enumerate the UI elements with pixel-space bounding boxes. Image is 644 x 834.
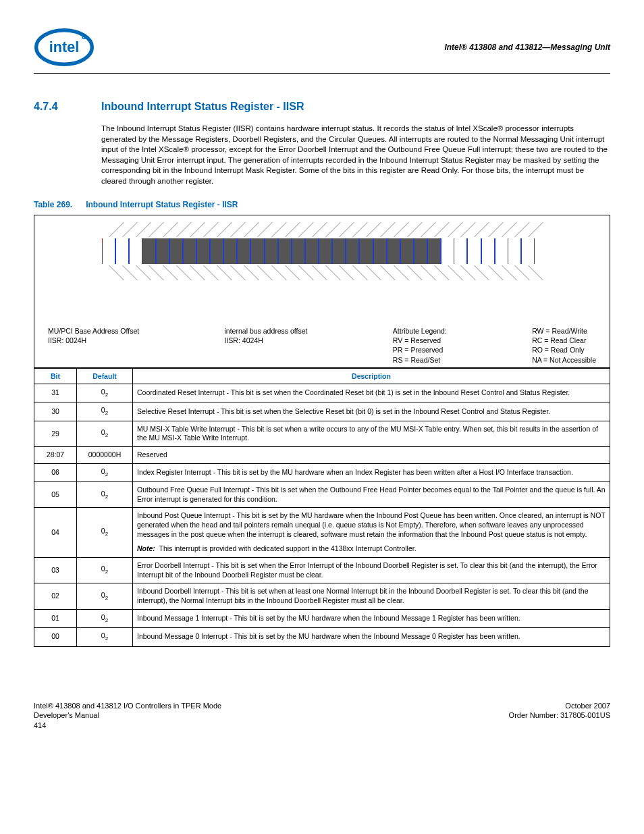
bit-cell bbox=[170, 238, 184, 264]
bit-cell bbox=[238, 238, 251, 264]
offset-mid: internal bus address offset IISR: 4024H bbox=[225, 326, 308, 365]
bit-cell bbox=[454, 238, 468, 264]
section-heading: 4.7.4 Inbound Interrupt Status Register … bbox=[34, 101, 610, 113]
table-row: 0202Inbound Doorbell Interrupt - This bi… bbox=[34, 583, 610, 609]
intel-logo: intel R bbox=[34, 27, 95, 68]
page-header: intel R Intel® 413808 and 413812—Messagi… bbox=[34, 27, 610, 74]
bit-cell bbox=[508, 238, 522, 264]
default-value: 02 bbox=[77, 463, 133, 481]
bit-value: 28:07 bbox=[34, 447, 77, 464]
svg-text:intel: intel bbox=[49, 38, 79, 55]
default-value: 0000000H bbox=[77, 447, 133, 464]
default-value: 02 bbox=[77, 482, 133, 508]
bit-bar bbox=[102, 238, 535, 264]
default-value: 02 bbox=[77, 421, 133, 446]
bit-cell bbox=[468, 238, 481, 264]
bit-value: 00 bbox=[34, 628, 77, 646]
bit-cell bbox=[495, 238, 508, 264]
table-row: 3002Selective Reset Interrupt - This bit… bbox=[34, 402, 610, 421]
register-diagram-box: MU/PCI Base Address Offset IISR: 0024H i… bbox=[34, 215, 610, 368]
col-description: Description bbox=[133, 368, 610, 384]
bit-diagram bbox=[48, 238, 596, 319]
table-caption: Table 269. Inbound Interrupt Status Regi… bbox=[34, 200, 610, 209]
description-cell: Inbound Message 0 Interrupt - This bit i… bbox=[133, 628, 610, 646]
bit-cell bbox=[482, 238, 495, 264]
table-title: Inbound Interrupt Status Register - IISR bbox=[86, 200, 238, 209]
description-cell: MU MSI-X Table Write Interrupt - This bi… bbox=[133, 421, 610, 446]
table-row: 0002Inbound Message 0 Interrupt - This b… bbox=[34, 628, 610, 646]
bit-cell bbox=[103, 238, 116, 264]
attr-legend-left: Attribute Legend: RV = Reserved PR = Pre… bbox=[393, 326, 447, 365]
default-value: 02 bbox=[77, 583, 133, 609]
bit-cell bbox=[346, 238, 360, 264]
table-row: 0302Error Doorbell Interrupt - This bit … bbox=[34, 558, 610, 583]
description-cell: Index Register Interrupt - This bit is s… bbox=[133, 463, 610, 481]
bit-cell bbox=[319, 238, 333, 264]
table-row: 0102Inbound Message 1 Interrupt - This b… bbox=[34, 609, 610, 627]
description-cell: Error Doorbell Interrupt - This bit is s… bbox=[133, 558, 610, 583]
default-value: 02 bbox=[77, 609, 133, 627]
bit-cell bbox=[441, 238, 454, 264]
bit-cell bbox=[224, 238, 238, 264]
bit-cell bbox=[401, 238, 414, 264]
attr-legend-right: RW = Read/Write RC = Read Clear RO = Rea… bbox=[532, 326, 596, 365]
bit-cell bbox=[360, 238, 373, 264]
default-value: 02 bbox=[77, 508, 133, 558]
footer-right: October 2007 Order Number: 317805-001US bbox=[509, 701, 610, 731]
bit-cell bbox=[157, 238, 170, 264]
bit-value: 04 bbox=[34, 508, 77, 558]
bit-value: 05 bbox=[34, 482, 77, 508]
bit-cell bbox=[333, 238, 346, 264]
description-cell: Reserved bbox=[133, 447, 610, 464]
table-row: 0402Inbound Post Queue Interrupt - This … bbox=[34, 508, 610, 558]
bit-value: 03 bbox=[34, 558, 77, 583]
bit-value: 02 bbox=[34, 583, 77, 609]
bit-cell bbox=[116, 238, 130, 264]
bit-cell bbox=[414, 238, 428, 264]
footer-left: Intel® 413808 and 413812 I/O Controllers… bbox=[34, 701, 221, 731]
bit-cell bbox=[142, 238, 156, 264]
bit-value: 31 bbox=[34, 384, 77, 402]
table-row: 0502Outbound Free Queue Full Interrupt -… bbox=[34, 482, 610, 508]
description-cell: Coordinated Reset Interrupt - This bit i… bbox=[133, 384, 610, 402]
bit-cell bbox=[251, 238, 265, 264]
section-paragraph: The Inbound Interrupt Status Register (I… bbox=[101, 124, 610, 186]
bit-cell bbox=[374, 238, 387, 264]
bit-value: 29 bbox=[34, 421, 77, 446]
bit-value: 30 bbox=[34, 402, 77, 421]
table-row: 28:070000000HReserved bbox=[34, 447, 610, 464]
description-cell: Inbound Post Queue Interrupt - This bit … bbox=[133, 508, 610, 558]
table-row: 3102Coordinated Reset Interrupt - This b… bbox=[34, 384, 610, 402]
register-bit-table: Bit Default Description 3102Coordinated … bbox=[34, 368, 610, 647]
default-value: 02 bbox=[77, 384, 133, 402]
col-bit: Bit bbox=[34, 368, 77, 384]
description-cell: Outbound Free Queue Full Interrupt - Thi… bbox=[133, 482, 610, 508]
bit-cell bbox=[387, 238, 401, 264]
bit-cell bbox=[428, 238, 441, 264]
description-cell: Inbound Doorbell Interrupt - This bit is… bbox=[133, 583, 610, 609]
default-value: 02 bbox=[77, 402, 133, 421]
bit-cell bbox=[197, 238, 211, 264]
bit-cell bbox=[279, 238, 292, 264]
diagram-legend: MU/PCI Base Address Offset IISR: 0024H i… bbox=[48, 326, 596, 365]
bit-cell bbox=[184, 238, 197, 264]
table-row: 0602Index Register Interrupt - This bit … bbox=[34, 463, 610, 481]
header-title: Intel® 413808 and 413812—Messaging Unit bbox=[444, 43, 610, 52]
section-title: Inbound Interrupt Status Register - IISR bbox=[101, 101, 304, 113]
offset-left: MU/PCI Base Address Offset IISR: 0024H bbox=[48, 326, 139, 365]
bit-cell bbox=[292, 238, 306, 264]
bit-value: 06 bbox=[34, 463, 77, 481]
description-cell: Inbound Message 1 Interrupt - This bit i… bbox=[133, 609, 610, 627]
bit-value: 01 bbox=[34, 609, 77, 627]
bit-cell bbox=[306, 238, 319, 264]
bit-cell bbox=[265, 238, 279, 264]
page-footer: Intel® 413808 and 413812 I/O Controllers… bbox=[34, 701, 610, 731]
bit-cell bbox=[522, 238, 535, 264]
col-default: Default bbox=[77, 368, 133, 384]
section-number: 4.7.4 bbox=[34, 101, 74, 113]
svg-text:R: R bbox=[83, 36, 85, 39]
default-value: 02 bbox=[77, 628, 133, 646]
default-value: 02 bbox=[77, 558, 133, 583]
bit-cell bbox=[130, 238, 142, 264]
table-row: 2902MU MSI-X Table Write Interrupt - Thi… bbox=[34, 421, 610, 446]
